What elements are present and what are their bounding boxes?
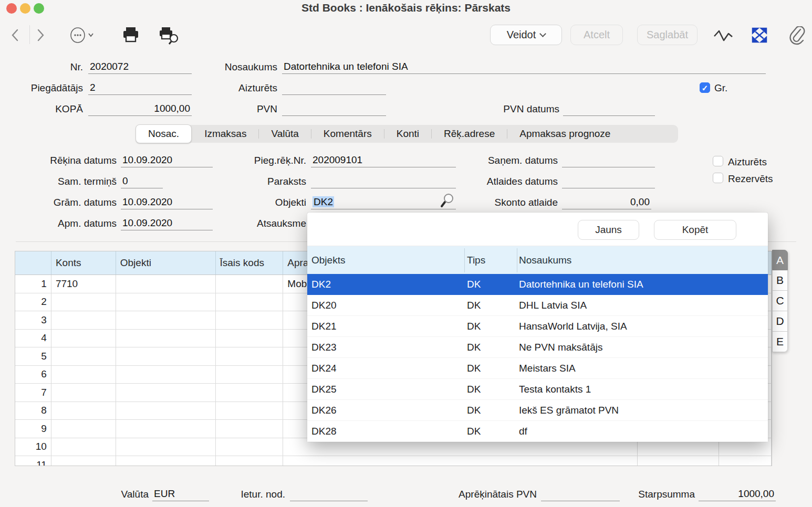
jauns-button[interactable]: Jauns [578,220,639,240]
grid-header--sais-kods[interactable]: Īsais kods [216,251,284,274]
row-cell[interactable] [116,402,216,420]
operations-menu-icon[interactable] [70,27,95,44]
row-cell[interactable] [116,366,216,384]
row-cell[interactable] [216,275,284,293]
kopet-button[interactable]: Kopēt [654,220,736,240]
row-cell[interactable] [116,384,216,402]
row-cell[interactable] [216,438,284,456]
row-cell[interactable] [116,438,216,456]
ietur-nod-field[interactable] [290,487,368,501]
objekti-paste-special-magnifier-icon[interactable] [440,193,455,208]
row-cell[interactable] [51,420,116,438]
tab-konti[interactable]: Konti [384,125,431,143]
starpsumma-label: Starpsumma [604,487,695,501]
popup-cell-objekts: DK2 [311,274,463,294]
tab-koment-rs[interactable]: Komentārs [311,125,384,143]
flip-tab-a[interactable]: A [772,250,788,270]
row-cell[interactable] [116,456,216,466]
pieg-rek-nr-field[interactable]: 202009101 [311,153,456,167]
atcelt-button[interactable]: Atcelt [570,25,623,45]
row-cell[interactable] [216,384,284,402]
rezervets-checkbox[interactable] [713,173,723,183]
popup-col-tips[interactable]: Tips [467,246,485,274]
popup-row-dk2[interactable]: DK2DKDatortehnika un telefoni SIA [307,274,768,295]
row-cell[interactable]: 7710 [51,275,116,293]
row-number: 7 [15,384,51,402]
tab-apmaksas-prognoze[interactable]: Apmaksas prognoze [507,125,622,143]
paraksts-field[interactable] [311,174,456,188]
row-cell[interactable] [51,311,116,329]
popup-col-nosaukums[interactable]: Nosaukums [519,246,571,274]
popup-row-dk25[interactable]: DK25DKTesta kontakts 1 [307,379,768,400]
row-cell[interactable] [638,456,719,466]
flip-tab-c[interactable]: C [772,291,788,311]
row-cell[interactable] [216,366,284,384]
row-cell[interactable] [216,347,284,365]
row-cell[interactable] [51,384,116,402]
objekti-field[interactable]: DK2 [311,195,456,209]
row-cell[interactable] [116,293,216,311]
aizturets-checkbox[interactable] [713,156,723,166]
tab-val-ta[interactable]: Valūta [259,125,310,143]
flip-tab-b[interactable]: B [772,270,788,291]
aizturets-field[interactable] [282,81,386,95]
popup-cell-objekts: DK23 [311,337,463,357]
row-cell[interactable] [51,456,116,466]
popup-row-dk24[interactable]: DK24DKMeistars SIA [307,358,768,379]
saglabat-button[interactable]: Saglabāt [637,25,698,45]
back-button[interactable] [9,28,21,43]
row-cell[interactable] [51,347,116,365]
popup-row-dk20[interactable]: DK20DKDHL Latvia SIA [307,295,768,316]
row-cell[interactable] [116,275,216,293]
popup-row-dk26[interactable]: DK26DKIekš ES grāmatot PVN [307,400,768,421]
row-cell[interactable] [51,402,116,420]
row-cell[interactable] [116,330,216,347]
row-number: 5 [15,347,51,365]
row-cell[interactable] [216,330,284,347]
expand-icon[interactable] [751,27,768,43]
popup-row-dk21[interactable]: DK21DKHansaWorld Latvija, SIA [307,316,768,337]
row-cell[interactable] [216,402,284,420]
row-cell[interactable] [283,456,638,466]
row-cell[interactable] [719,456,772,466]
pvn-datums-field[interactable] [563,102,655,116]
flip-tab-d[interactable]: D [772,311,788,332]
gr-checkbox[interactable]: ✓ [700,82,710,93]
print-icon[interactable] [122,26,140,43]
nosaukums-field[interactable]: Datortehnika un telefoni SIA [282,60,766,74]
popup-cell-objekts: DK24 [311,358,463,378]
table-row[interactable]: 11 [15,456,772,466]
print-preview-icon[interactable] [159,26,181,45]
sam-termins-field[interactable]: 0 [121,174,163,188]
popup-row-dk28[interactable]: DK28DKdf [307,421,768,442]
row-cell[interactable] [216,420,284,438]
grid-header-konts[interactable]: Konts [51,251,116,274]
popup-col-objekts[interactable]: Objekts [311,246,345,274]
row-cell[interactable] [216,311,284,329]
tab-izmaksas[interactable]: Izmaksas [192,125,258,143]
tab-r-adrese[interactable]: Rēķ.adrese [432,125,507,143]
tab-nosac-[interactable]: Nosac. [136,124,192,143]
row-cell[interactable] [116,311,216,329]
row-cell[interactable] [51,438,116,456]
row-cell[interactable] [116,347,216,365]
attachment-paperclip-icon[interactable] [789,26,806,45]
starpsumma-field[interactable]: 1000,00 [699,487,776,501]
grid-header-objekti[interactable]: Objekti [116,251,216,274]
veidot-button[interactable]: Veidot [490,25,562,45]
pvn-field[interactable] [282,102,386,116]
activity-icon[interactable] [713,29,733,43]
row-cell[interactable] [51,330,116,347]
skonto-atlaide-field[interactable]: 0,00 [562,195,651,209]
row-cell[interactable] [51,366,116,384]
forward-button[interactable] [35,28,46,43]
jauns-button-label: Jauns [595,224,622,236]
atlaides-datums-field[interactable] [562,174,655,188]
row-cell[interactable] [216,456,284,466]
row-cell[interactable] [216,293,284,311]
row-cell[interactable] [51,293,116,311]
sanem-datums-field[interactable] [562,153,655,167]
flip-tab-e[interactable]: E [772,332,788,352]
popup-row-dk23[interactable]: DK23DKNe PVN maksātājs [307,337,768,358]
row-cell[interactable] [116,420,216,438]
